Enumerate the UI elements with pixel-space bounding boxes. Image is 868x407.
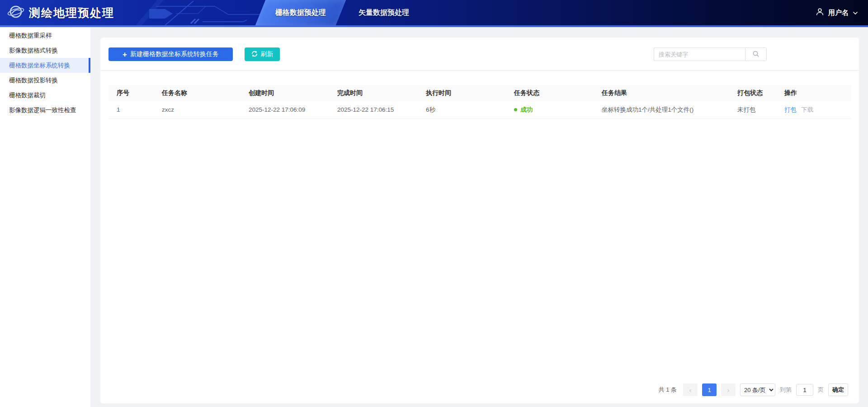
next-page-button[interactable]: › (721, 383, 736, 396)
app-title: 测绘地理预处理 (29, 5, 114, 20)
person-icon (816, 8, 824, 18)
magnifier-icon (752, 50, 760, 59)
pagination: 共 1 条 ‹ 1 › 20 条/页 到第 页 确定 (659, 383, 848, 396)
cell-result: 坐标转换成功1个/共处理1个文件() (594, 101, 729, 118)
sidebar: 栅格数据重采样 影像数据格式转换 栅格数据坐标系统转换 栅格数据投影转换 栅格数… (0, 27, 90, 407)
col-result: 任务结果 (594, 85, 729, 101)
sidebar-item-raster-projection-convert[interactable]: 栅格数据投影转换 (0, 73, 90, 88)
status-dot-icon (514, 108, 517, 111)
col-actions: 操作 (776, 85, 851, 101)
cell-status: 成功 (506, 101, 594, 118)
new-task-label: 新建栅格数据坐标系统转换任务 (130, 50, 219, 58)
task-panel-card: + 新建栅格数据坐标系统转换任务 刷新 (100, 38, 859, 403)
cell-task-name: zxcz (154, 101, 241, 118)
refresh-label: 刷新 (261, 50, 274, 58)
status-text: 成功 (520, 106, 533, 113)
task-table: 序号 任务名称 创建时间 完成时间 执行时间 任务状态 任务结果 打包状态 操作… (108, 85, 851, 119)
tab-label: 矢量数据预处理 (359, 8, 409, 18)
search-button[interactable] (745, 47, 767, 61)
sidebar-item-image-logic-check[interactable]: 影像数据逻辑一致性检查 (0, 103, 90, 118)
search-group (654, 47, 767, 61)
cell-finished-at: 2025-12-22 17:06:15 (329, 101, 418, 118)
refresh-button[interactable]: 刷新 (245, 47, 280, 61)
cell-actions: 打包下载 (776, 101, 851, 118)
sidebar-item-image-format-convert[interactable]: 影像数据格式转换 (0, 43, 90, 58)
table-header-row: 序号 任务名称 创建时间 完成时间 执行时间 任务状态 任务结果 打包状态 操作 (108, 85, 851, 101)
col-duration: 执行时间 (418, 85, 506, 101)
tab-vector-preprocess[interactable]: 矢量数据预处理 (341, 0, 427, 25)
col-finished-at: 完成时间 (329, 85, 418, 101)
plus-icon: + (123, 51, 127, 58)
prev-page-button[interactable]: ‹ (683, 383, 698, 396)
sidebar-item-raster-resample[interactable]: 栅格数据重采样 (0, 28, 90, 43)
download-link: 下载 (801, 106, 813, 113)
goto-confirm-button[interactable]: 确定 (828, 383, 848, 396)
app-header: 测绘地理预处理 栅格数据预处理 矢量数据预处理 用户名 (0, 0, 868, 25)
cell-duration: 6秒 (418, 101, 506, 118)
package-link[interactable]: 打包 (784, 106, 797, 113)
cell-package-status: 未打包 (729, 101, 776, 118)
brand: 测绘地理预处理 (7, 0, 114, 25)
main-content: + 新建栅格数据坐标系统转换任务 刷新 (90, 27, 868, 407)
goto-prefix-label: 到第 (780, 386, 792, 394)
header-accent-strip (0, 25, 868, 27)
page-number-button[interactable]: 1 (702, 383, 717, 396)
pagination-total: 共 1 条 (659, 386, 677, 394)
user-name: 用户名 (828, 9, 849, 17)
col-task-name: 任务名称 (154, 85, 241, 101)
col-created-at: 创建时间 (241, 85, 329, 101)
task-table-wrap: 序号 任务名称 创建时间 完成时间 执行时间 任务状态 任务结果 打包状态 操作… (108, 85, 851, 119)
header-tabs: 栅格数据预处理 矢量数据预处理 (260, 0, 427, 25)
page-size-select[interactable]: 20 条/页 (740, 383, 775, 396)
col-index: 序号 (108, 85, 154, 101)
sidebar-item-raster-clip[interactable]: 栅格数据裁切 (0, 88, 90, 103)
cell-created-at: 2025-12-22 17:06:09 (241, 101, 329, 118)
goto-suffix-label: 页 (818, 386, 824, 394)
table-row: 1 zxcz 2025-12-22 17:06:09 2025-12-22 17… (108, 101, 851, 118)
user-menu[interactable]: 用户名 (816, 0, 858, 25)
cell-index: 1 (108, 101, 154, 118)
search-input[interactable] (654, 47, 745, 61)
header-decoration (122, 0, 267, 25)
tab-raster-preprocess[interactable]: 栅格数据预处理 (255, 0, 346, 25)
logo-orbit-globe-icon (7, 3, 24, 22)
new-task-button[interactable]: + 新建栅格数据坐标系统转换任务 (108, 47, 233, 61)
col-status: 任务状态 (506, 85, 594, 101)
goto-page-input[interactable] (796, 384, 813, 396)
toolbar-divider (100, 70, 859, 71)
refresh-icon (251, 51, 258, 58)
tab-label: 栅格数据预处理 (275, 8, 326, 18)
chevron-down-icon (853, 9, 858, 17)
col-package-status: 打包状态 (729, 85, 776, 101)
sidebar-item-raster-coordinate-convert[interactable]: 栅格数据坐标系统转换 (0, 58, 90, 73)
